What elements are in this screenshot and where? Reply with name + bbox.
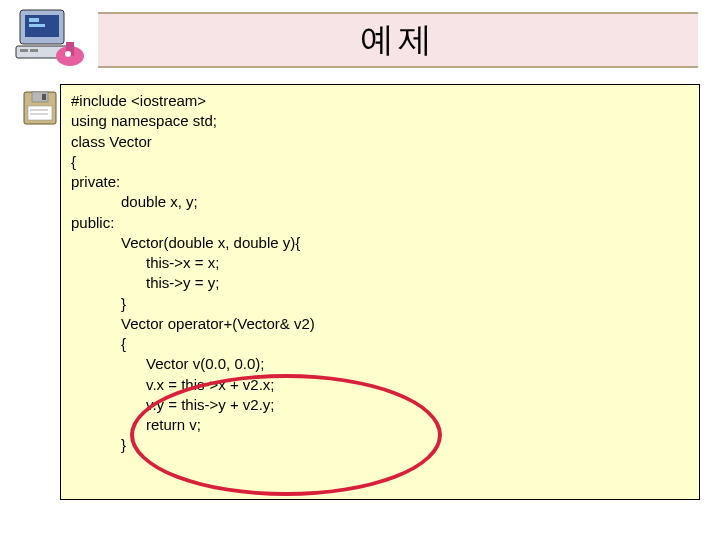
svg-rect-13 [28,106,52,120]
svg-point-9 [65,51,71,57]
svg-rect-3 [29,24,45,27]
svg-rect-5 [20,49,28,52]
code-line: return v; [71,415,689,435]
code-line: this->x = x; [71,253,689,273]
slide: 예제 #include <iostream> using namespace s… [0,0,720,540]
code-line: this->y = y; [71,273,689,293]
code-box: #include <iostream> using namespace std;… [60,84,700,500]
code-line: v.x = this->x + v2.x; [71,375,689,395]
code-line: Vector v(0.0, 0.0); [71,354,689,374]
code-line: Vector(double x, double y){ [71,233,689,253]
code-line: { [71,152,689,172]
code-line: #include <iostream> [71,91,689,111]
code-line: class Vector [71,132,689,152]
svg-rect-12 [42,94,46,100]
code-line: using namespace std; [71,111,689,131]
code-line: { [71,334,689,354]
code-line: double x, y; [71,192,689,212]
slide-title: 예제 [360,17,436,63]
floppy-disk-icon [20,88,60,128]
svg-rect-2 [29,18,39,22]
code-line: } [71,294,689,314]
svg-rect-6 [30,49,38,52]
code-line: private: [71,172,689,192]
code-line: public: [71,213,689,233]
computer-icon [10,4,90,72]
code-line: v.y = this->y + v2.y; [71,395,689,415]
title-bar: 예제 [98,12,698,68]
code-line: Vector operator+(Vector& v2) [71,314,689,334]
code-line: } [71,435,689,455]
